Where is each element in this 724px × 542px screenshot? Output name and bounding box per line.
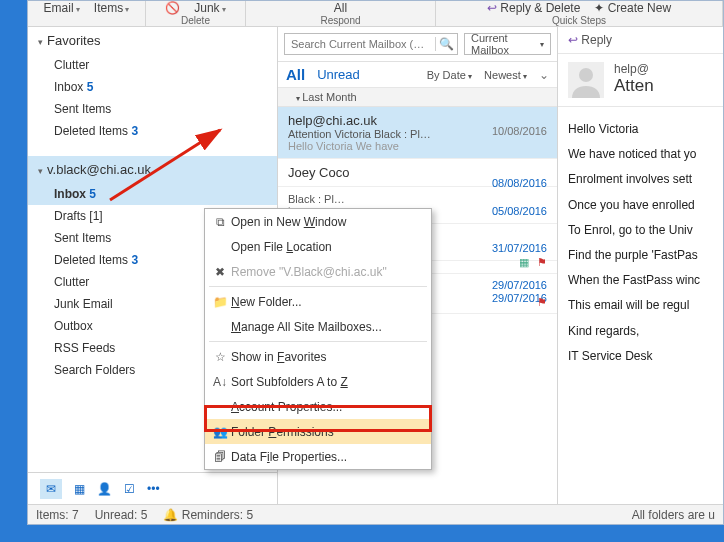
reading-body: Hello VictoriaWe have noticed that yoEnr… (558, 107, 723, 379)
ribbon-btn-reply-delete[interactable]: ↩ Reply & Delete (487, 1, 580, 15)
search-icon[interactable]: 🔍 (435, 37, 457, 51)
account-header[interactable]: v.black@chi.ac.uk (28, 156, 277, 183)
context-menu-item[interactable]: A↓Sort Subfolders A to Z (205, 369, 431, 394)
status-bar: Items: 7 Unread: 5 🔔 Reminders: 5 All fo… (28, 504, 723, 524)
message-item[interactable]: help@chi.ac.ukAttention Victoria Black :… (278, 107, 557, 159)
ribbon-group-quicksteps: ↩ Reply & Delete ✦ Create New Quick Step… (436, 1, 723, 26)
search-scope[interactable]: Current Mailbox (464, 33, 551, 55)
reply-button[interactable]: Reply (568, 33, 612, 47)
reading-pane: Reply help@ Atten Hello VictoriaWe have … (558, 27, 723, 504)
calendar-icon[interactable]: ▦ (74, 482, 85, 496)
people-icon[interactable]: 👤 (97, 482, 112, 496)
junk-icon: 🚫 (165, 1, 180, 15)
search-input[interactable] (285, 38, 435, 50)
ribbon-group-delete: 🚫Junk Delete (146, 1, 246, 26)
context-menu-item[interactable]: 📁New Folder... (205, 289, 431, 314)
ribbon-btn-create-new[interactable]: ✦ Create New (594, 1, 671, 15)
favorites-folder[interactable]: Inbox 5 (28, 76, 277, 98)
account-folder[interactable]: Inbox 5 (28, 183, 277, 205)
svg-point-0 (579, 68, 593, 82)
ribbon-btn-all[interactable]: All (334, 1, 347, 15)
ribbon-btn-junk[interactable]: Junk (194, 1, 226, 15)
ribbon-group-new: Email Items (28, 1, 146, 26)
date-group-header[interactable]: Last Month (278, 88, 557, 107)
context-menu-item[interactable]: Open File Location (205, 234, 431, 259)
context-menu-item[interactable]: ☆Show in Favorites (205, 344, 431, 369)
mail-icon[interactable]: ✉ (40, 479, 62, 499)
ribbon-group-respond: All Respond (246, 1, 436, 26)
status-items: Items: 7 (36, 508, 79, 522)
status-unread: Unread: 5 (95, 508, 148, 522)
nav-switcher: ✉ ▦ 👤 ☑ ••• (28, 472, 277, 504)
chevron-down-icon[interactable]: ⌄ (539, 68, 549, 82)
filter-all[interactable]: All (286, 66, 305, 83)
context-menu: ⧉Open in New WindowOpen File Location✖Re… (204, 208, 432, 470)
reading-from: help@ (614, 62, 654, 76)
filter-unread[interactable]: Unread (317, 67, 360, 82)
favorites-folder[interactable]: Sent Items (28, 98, 277, 120)
context-menu-item: ✖Remove "V.Black@chi.ac.uk" (205, 259, 431, 284)
sort-by[interactable]: By Date (427, 69, 472, 81)
tasks-icon[interactable]: ☑ (124, 482, 135, 496)
sort-order[interactable]: Newest (484, 69, 527, 81)
ribbon-btn-items[interactable]: Items (94, 1, 130, 15)
favorites-header[interactable]: Favorites (28, 27, 277, 54)
status-reminders: 🔔 Reminders: 5 (163, 508, 253, 522)
context-menu-item[interactable]: Account Properties... (205, 394, 431, 419)
favorites-folder[interactable]: Clutter (28, 54, 277, 76)
search-bar: 🔍 Current Mailbox (278, 27, 557, 62)
context-menu-item[interactable]: 🗐Data File Properties... (205, 444, 431, 469)
status-sync: All folders are u (632, 508, 715, 522)
reading-subject: Atten (614, 76, 654, 96)
avatar (568, 62, 604, 98)
context-menu-item[interactable]: Manage All Site Mailboxes... (205, 314, 431, 339)
ribbon-btn-email[interactable]: Email (44, 1, 80, 15)
favorites-folder[interactable]: Deleted Items 3 (28, 120, 277, 142)
context-menu-item[interactable]: 👥Folder Permissions (205, 419, 431, 444)
context-menu-item[interactable]: ⧉Open in New Window (205, 209, 431, 234)
more-icon[interactable]: ••• (147, 482, 160, 496)
ribbon: Email Items 🚫Junk Delete All Respond ↩ R… (28, 1, 723, 27)
message-item[interactable]: Joey Coco08/08/2016 (278, 159, 557, 187)
